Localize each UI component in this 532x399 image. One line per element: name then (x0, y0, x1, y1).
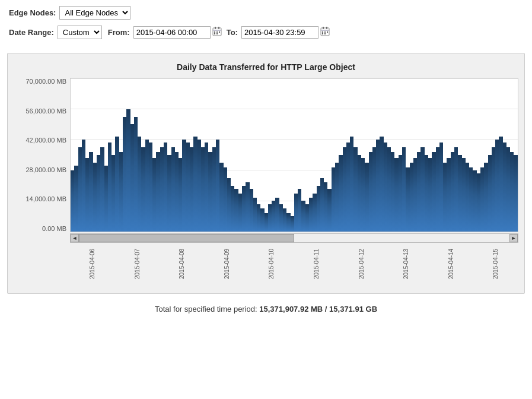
from-calendar-icon[interactable] (212, 27, 223, 37)
edge-nodes-select[interactable]: All Edge Nodes (59, 6, 130, 20)
svg-rect-6 (219, 31, 220, 33)
y-axis-label: 70,000.00 MB (26, 78, 67, 85)
total-line: Total for specified time period: 15,371,… (0, 300, 532, 316)
chart-area: 70,000.00 MB56,000.00 MB42,000.00 MB28,0… (14, 78, 518, 243)
bars-container (71, 78, 518, 232)
svg-rect-7 (214, 33, 215, 34)
y-axis-label: 42,000.00 MB (26, 137, 67, 144)
x-axis-label: 2015-04-10 (249, 243, 294, 284)
edge-nodes-row: Edge Nodes: All Edge Nodes (9, 6, 523, 20)
chart-plot-wrapper: ◄ ► (70, 78, 518, 243)
x-axis-label: 2015-04-14 (429, 243, 474, 284)
svg-rect-16 (322, 33, 323, 34)
scroll-right-arrow[interactable]: ► (509, 234, 518, 242)
svg-rect-1 (213, 30, 221, 31)
scroll-thumb[interactable] (79, 234, 294, 242)
y-axis-label: 56,000.00 MB (26, 107, 67, 115)
date-range-select[interactable]: Custom (58, 26, 102, 39)
svg-rect-5 (216, 31, 218, 33)
x-axis-container: 2015-04-062015-04-072015-04-082015-04-09… (70, 243, 518, 287)
svg-rect-8 (216, 33, 218, 34)
x-axis-label: 2015-04-11 (294, 243, 339, 284)
from-label: From: (108, 28, 130, 37)
x-axis-label: 2015-04-13 (384, 243, 429, 284)
chart-title: Daily Data Transferred for HTTP Large Ob… (14, 62, 518, 72)
total-label: Total for specified time period: (155, 305, 257, 314)
x-labels-row: 2015-04-062015-04-072015-04-082015-04-09… (70, 243, 518, 284)
svg-rect-10 (321, 30, 329, 31)
svg-rect-2 (215, 27, 216, 29)
y-axis-label: 0.00 MB (42, 225, 66, 232)
edge-nodes-label: Edge Nodes: (9, 8, 56, 17)
chart-container: Daily Data Transferred for HTTP Large Ob… (7, 53, 525, 294)
from-date-input[interactable] (133, 26, 211, 39)
y-axis: 70,000.00 MB56,000.00 MB42,000.00 MB28,0… (14, 78, 70, 232)
total-value: 15,371,907.92 MB / 15,371.91 GB (259, 305, 377, 314)
svg-rect-15 (327, 31, 328, 33)
scroll-left-arrow[interactable]: ◄ (71, 234, 79, 242)
svg-rect-12 (326, 27, 327, 29)
date-range-row: Date Range: Custom From: To: (9, 26, 523, 39)
x-axis-label: 2015-04-07 (115, 243, 160, 284)
to-calendar-icon[interactable] (320, 27, 331, 37)
scrollbar[interactable]: ◄ ► (70, 233, 518, 243)
x-axis-label: 2015-04-06 (70, 243, 115, 284)
controls-panel: Edge Nodes: All Edge Nodes Date Range: C… (0, 0, 532, 50)
scroll-track[interactable] (79, 234, 509, 242)
svg-rect-13 (322, 31, 323, 33)
y-axis-label: 14,000.00 MB (26, 195, 67, 202)
x-axis-label: 2015-04-12 (339, 243, 384, 284)
to-date-input[interactable] (241, 26, 318, 39)
svg-rect-14 (324, 31, 326, 33)
chart-plot (70, 78, 518, 232)
x-axis-label: 2015-04-15 (473, 243, 518, 284)
y-axis-label: 28,000.00 MB (26, 166, 67, 173)
bar-group (514, 78, 517, 232)
x-axis-label: 2015-04-08 (160, 243, 205, 284)
bar (514, 155, 517, 232)
svg-rect-17 (324, 33, 326, 34)
date-range-label: Date Range: (9, 28, 54, 37)
svg-rect-4 (214, 31, 215, 33)
to-label: To: (227, 28, 238, 37)
svg-rect-3 (218, 27, 219, 29)
x-axis-label: 2015-04-09 (205, 243, 250, 284)
svg-rect-11 (323, 27, 324, 29)
